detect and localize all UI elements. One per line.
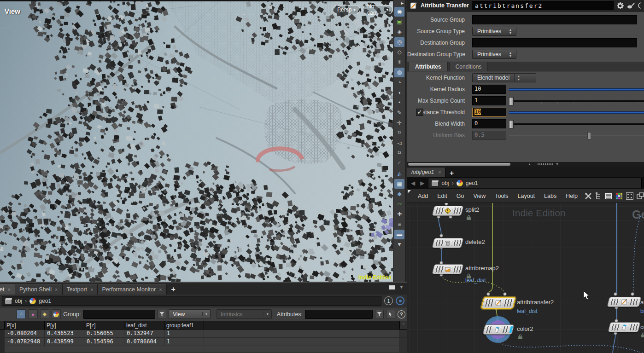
- help-icon[interactable]: ?: [398, 310, 405, 318]
- blend-width-slider[interactable]: [509, 120, 644, 128]
- tab-textport[interactable]: Textport ×: [63, 284, 98, 295]
- node-split2[interactable]: [433, 206, 462, 215]
- primitives-mode-icon[interactable]: ◆: [40, 309, 49, 319]
- display-flag-bar[interactable]: [509, 326, 513, 333]
- pin-selection-icon[interactable]: [386, 310, 395, 319]
- network-tab-obj-geo1[interactable]: /obj/geo1 ×: [407, 168, 445, 177]
- scrollbar-thumb[interactable]: [408, 163, 510, 166]
- group-list-icon[interactable]: ▬: [394, 230, 404, 239]
- tools-icon[interactable]: [585, 192, 592, 200]
- pane-grip-icon[interactable]: [408, 190, 411, 193]
- viewport-3d[interactable]: View Persp ▾ No cam ▾ Indie Edition: [0, 0, 393, 282]
- node-color2[interactable]: [484, 324, 512, 334]
- table-cell[interactable]: -0.080204: [5, 330, 45, 338]
- color-palette-icon[interactable]: [615, 192, 623, 200]
- breadcrumb-context[interactable]: obj: [441, 180, 449, 186]
- table-cell[interactable]: 0.154596: [84, 338, 124, 346]
- menu-go[interactable]: Go: [452, 193, 468, 199]
- close-icon[interactable]: ×: [438, 170, 441, 175]
- snapping-icon[interactable]: ▣: [394, 17, 404, 27]
- pane-splitter[interactable]: ▲ ▼: [407, 162, 644, 167]
- table-scrollbar[interactable]: ⁘: [400, 321, 407, 330]
- table-cell[interactable]: 1: [164, 330, 204, 338]
- lock-camera-icon[interactable]: ◈: [394, 27, 404, 37]
- destination-group-input[interactable]: [472, 38, 637, 47]
- object-visibility-icon[interactable]: ◔: [394, 78, 404, 87]
- list-view-icon[interactable]: [605, 192, 612, 200]
- group-input[interactable]: [83, 310, 155, 319]
- pane-menu-icon[interactable]: ▼: [399, 285, 404, 289]
- node-label[interactable]: attribremap2: [465, 265, 499, 272]
- table-cell[interactable]: 0.438599: [45, 338, 84, 346]
- close-icon[interactable]: ×: [7, 287, 10, 292]
- menu-edit[interactable]: Edit: [433, 193, 451, 199]
- network-breadcrumb[interactable]: obj › geo1: [428, 178, 642, 188]
- destination-group-type-select[interactable]: Primitives ▲▼: [472, 50, 516, 59]
- gear-menu-icon[interactable]: [616, 2, 624, 10]
- link-pane-icon[interactable]: [396, 296, 404, 305]
- kernel-radius-input[interactable]: 10: [472, 85, 506, 94]
- point-normals-icon[interactable]: ✎: [394, 108, 404, 118]
- distance-threshold-checkbox[interactable]: ✓: [416, 109, 423, 116]
- pane-expand-icon[interactable]: ►: [393, 0, 405, 6]
- node-attribremap2[interactable]: [433, 264, 462, 273]
- node-label[interactable]: co: [640, 324, 644, 330]
- breadcrumb-node[interactable]: geo1: [39, 298, 51, 304]
- source-group-input[interactable]: [472, 15, 637, 24]
- prim-numbers-icon[interactable]: ¹²: [394, 149, 404, 158]
- gallery-spoon-icon[interactable]: [627, 2, 635, 9]
- table-cell[interactable]: 0.156055: [84, 330, 124, 338]
- toolbar-collapse-icon[interactable]: ▼: [394, 240, 404, 249]
- source-group-type-select[interactable]: Primitives ▲▼: [472, 27, 516, 36]
- intrinsics-dropdown[interactable]: Intrinsics ▾: [217, 309, 272, 319]
- pane-maximize-icon[interactable]: [389, 285, 395, 289]
- grid-layout-icon[interactable]: [626, 192, 633, 200]
- profile-curves-icon[interactable]: ◜: [394, 159, 404, 168]
- tree-view-icon[interactable]: [595, 192, 602, 200]
- blend-width-input[interactable]: 0: [472, 119, 506, 128]
- back-icon[interactable]: ◀: [410, 180, 416, 186]
- distance-threshold-input[interactable]: 10: [472, 108, 506, 117]
- point-markers-icon[interactable]: ✛: [394, 118, 404, 128]
- vertex-markers-icon[interactable]: ◆: [394, 189, 404, 199]
- show-points-icon[interactable]: •: [394, 98, 404, 108]
- tab-attributes[interactable]: Attributes: [409, 62, 448, 71]
- tab-python-shell[interactable]: Python Shell ×: [15, 284, 63, 295]
- table-scrollbar[interactable]: [400, 330, 407, 338]
- attributes-filter-icon[interactable]: [375, 310, 384, 319]
- kernel-radius-slider[interactable]: [509, 85, 644, 93]
- table-cell[interactable]: 1: [164, 338, 204, 346]
- add-tab-button[interactable]: +: [167, 284, 180, 295]
- path-breadcrumb[interactable]: obj › geo1: [2, 296, 381, 306]
- uniform-bias-slider[interactable]: [509, 131, 644, 139]
- node-name-field[interactable]: attribtransfer2: [472, 1, 614, 10]
- uniform-bias-input[interactable]: 0.5: [472, 131, 506, 140]
- node-color-right[interactable]: [609, 322, 638, 331]
- material-shading-icon[interactable]: ◍: [394, 68, 404, 77]
- slider-handle[interactable]: [509, 97, 514, 105]
- tab-conditions[interactable]: Conditions: [449, 62, 488, 71]
- close-icon[interactable]: ×: [159, 287, 162, 292]
- table-cell[interactable]: 0.132947: [124, 330, 164, 338]
- node-label[interactable]: delete2: [465, 238, 485, 245]
- point-numbers-icon[interactable]: ¹²: [394, 128, 404, 138]
- vertices-mode-icon[interactable]: ●: [28, 309, 37, 319]
- menu-add[interactable]: Add: [414, 193, 432, 199]
- uv-overlay-icon[interactable]: ▱: [394, 199, 404, 209]
- distance-threshold-slider[interactable]: [509, 108, 644, 116]
- network-canvas[interactable]: Indie Edition Geom: [407, 203, 644, 353]
- group-filter-icon[interactable]: [158, 310, 166, 319]
- detail-mode-icon[interactable]: [52, 309, 61, 319]
- column-header[interactable]: leaf_dist: [124, 321, 164, 330]
- attributes-input[interactable]: [305, 310, 373, 319]
- forward-icon[interactable]: ▶: [419, 180, 426, 186]
- display-options-icon[interactable]: ≡: [394, 220, 404, 229]
- table-cell[interactable]: 0.0786604: [124, 338, 164, 346]
- input-index-badge[interactable]: 1: [384, 296, 393, 305]
- overlapping-panes-icon[interactable]: [637, 192, 644, 200]
- menu-tools[interactable]: Tools: [491, 193, 512, 199]
- max-sample-count-slider[interactable]: [509, 97, 644, 105]
- tab-performance-monitor[interactable]: Performance Monitor ×: [98, 284, 166, 295]
- splitter-down-icon[interactable]: ▼: [556, 162, 559, 166]
- menu-view[interactable]: View: [469, 193, 490, 199]
